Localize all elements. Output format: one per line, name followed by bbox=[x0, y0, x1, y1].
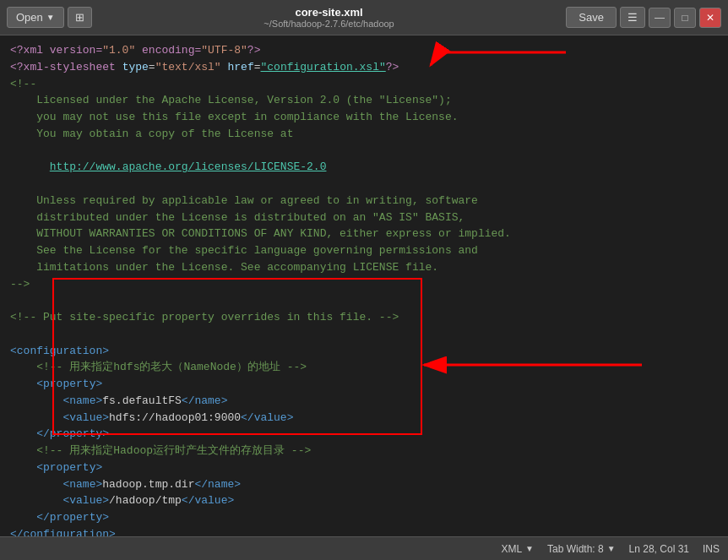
code-line-26: <property> bbox=[10, 459, 718, 476]
code-line-6: You may obtain a copy of the License at bbox=[10, 126, 718, 143]
status-format[interactable]: XML ▼ bbox=[501, 543, 534, 555]
open-dropdown-arrow: ▼ bbox=[46, 13, 55, 22]
code-line-14: limitations under the License. See accom… bbox=[10, 259, 718, 276]
maximize-button[interactable]: □ bbox=[674, 8, 696, 28]
code-line-9 bbox=[10, 176, 718, 193]
code-line-21: <property> bbox=[10, 376, 718, 393]
window-title-path: ~/Soft/hadoop-2.7.6/etc/hadoop bbox=[92, 19, 567, 29]
code-line-1: <?xml version="1.0" encoding="UTF-8"?> bbox=[10, 42, 718, 59]
menu-button[interactable]: ☰ bbox=[620, 7, 645, 28]
statusbar: XML ▼ Tab Width: 8 ▼ Ln 28, Col 31 INS bbox=[0, 536, 728, 560]
code-line-5: you may not use this file except in comp… bbox=[10, 109, 718, 126]
code-line-27: <name>hadoop.tmp.dir</name> bbox=[10, 476, 718, 493]
cursor-label: Ln 28, Col 31 bbox=[629, 543, 689, 555]
recent-files-button[interactable]: ⊞ bbox=[68, 7, 92, 28]
code-line-28: <value>/hadoop/tmp</value> bbox=[10, 492, 718, 509]
code-line-30: </configuration> bbox=[10, 526, 718, 536]
open-label: Open bbox=[16, 11, 43, 24]
format-chevron: ▼ bbox=[525, 544, 534, 553]
minimize-button[interactable]: — bbox=[649, 8, 671, 28]
code-line-11: distributed under the License is distrib… bbox=[10, 209, 718, 226]
format-label: XML bbox=[501, 543, 522, 555]
code-line-25: <!-- 用来指定Hadoop运行时产生文件的存放目录 --> bbox=[10, 443, 718, 459]
code-line-22: <name>fs.defaultFS</name> bbox=[10, 393, 718, 410]
code-line-13: See the License for the specific languag… bbox=[10, 242, 718, 259]
code-line-29: </property> bbox=[10, 509, 718, 526]
code-line-16 bbox=[10, 292, 718, 309]
code-line-7 bbox=[10, 143, 718, 160]
code-line-18 bbox=[10, 326, 718, 343]
code-line-15: --> bbox=[10, 276, 718, 293]
code-line-17: <!-- Put site-specific property override… bbox=[10, 309, 718, 326]
status-mode: INS bbox=[703, 543, 720, 555]
status-tab-width[interactable]: Tab Width: 8 ▼ bbox=[547, 543, 616, 555]
tab-width-label: Tab Width: 8 bbox=[547, 543, 604, 555]
titlebar-center: core-site.xml ~/Soft/hadoop-2.7.6/etc/ha… bbox=[92, 6, 567, 29]
code-line-19: <configuration> bbox=[10, 343, 718, 360]
titlebar-right: Save ☰ — □ ✕ bbox=[566, 7, 721, 28]
titlebar: Open ▼ ⊞ core-site.xml ~/Soft/hadoop-2.7… bbox=[0, 0, 728, 35]
window-title-filename: core-site.xml bbox=[92, 6, 567, 19]
code-line-12: WITHOUT WARRANTIES OR CONDITIONS OF ANY … bbox=[10, 226, 718, 242]
open-button[interactable]: Open ▼ bbox=[7, 7, 64, 28]
code-line-24: </property> bbox=[10, 426, 718, 443]
code-line-23: <value>hdfs://hadoop01:9000</value> bbox=[10, 410, 718, 427]
code-line-2: <?xml-stylesheet type="text/xsl" href="c… bbox=[10, 59, 718, 76]
status-cursor: Ln 28, Col 31 bbox=[629, 543, 689, 555]
save-button[interactable]: Save bbox=[566, 7, 617, 28]
code-line-4: Licensed under the Apache License, Versi… bbox=[10, 92, 718, 109]
tab-width-chevron: ▼ bbox=[607, 544, 616, 553]
code-line-10: Unless required by applicable law or agr… bbox=[10, 193, 718, 209]
close-button[interactable]: ✕ bbox=[699, 8, 721, 28]
editor-area[interactable]: <?xml version="1.0" encoding="UTF-8"?> <… bbox=[0, 35, 728, 536]
code-line-8: http://www.apache.org/licenses/LICENSE-2… bbox=[10, 159, 718, 176]
titlebar-left: Open ▼ ⊞ bbox=[7, 7, 92, 28]
code-line-20: <!-- 用来指定hdfs的老大（NameNode）的地址 --> bbox=[10, 359, 718, 376]
code-line-3: <!-- bbox=[10, 76, 718, 93]
